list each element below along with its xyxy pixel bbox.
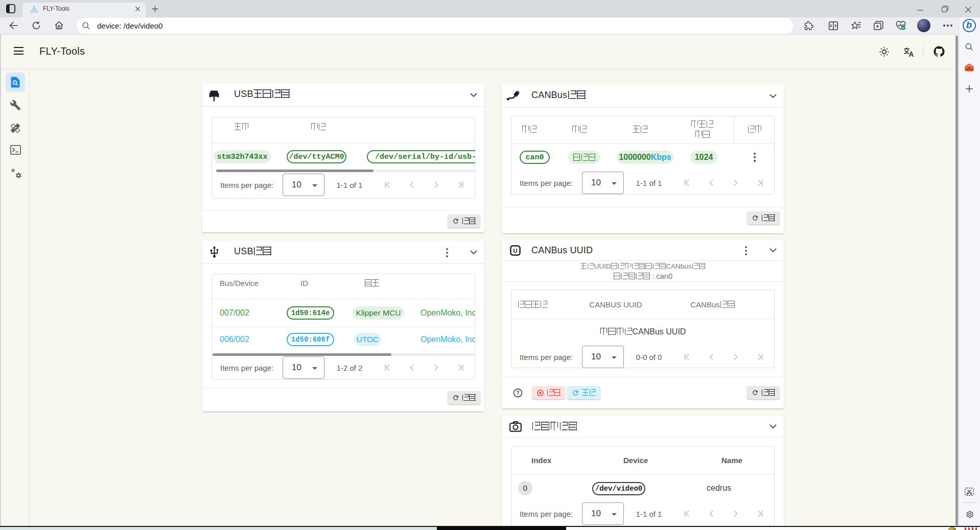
svg-text:?: ? — [516, 390, 519, 396]
